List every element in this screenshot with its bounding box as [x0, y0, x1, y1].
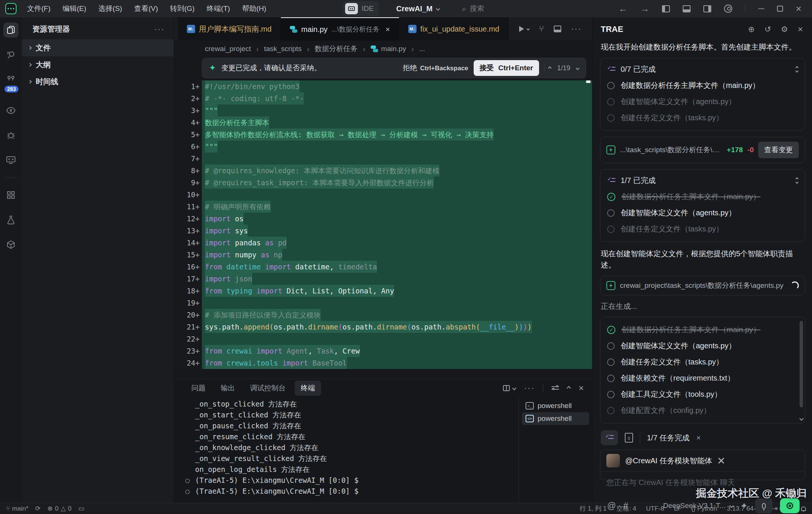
task-item[interactable]: 创建任务定义文件（tasks.py）	[606, 221, 799, 237]
terminal-tab-终端[interactable]: 终端	[295, 381, 321, 396]
export-doc-icon[interactable]: ±	[625, 433, 633, 443]
nav-forward-icon[interactable]: →	[640, 3, 649, 14]
layout-icon[interactable]	[554, 26, 561, 32]
open-changes-icon[interactable]: ⑂	[539, 24, 544, 34]
more-actions-icon[interactable]: ···	[571, 24, 582, 34]
project-switcher[interactable]: CrewAI_M	[396, 5, 439, 13]
ports-icon[interactable]: ▭	[78, 505, 84, 512]
menu-item[interactable]: 帮助(H)	[237, 2, 271, 16]
ide-mode-switch[interactable]: IDE	[343, 1, 379, 16]
task-item[interactable]: ✓创建数据分析任务主脚本文件（main.py）	[606, 189, 799, 205]
breadcrumb-item[interactable]: task_scripts	[264, 45, 301, 53]
notifications-bell-icon[interactable]	[801, 506, 806, 511]
menu-item[interactable]: 选择(S)	[93, 2, 127, 16]
breadcrumb-item[interactable]: ...	[419, 45, 425, 53]
scroll-down-icon[interactable]	[799, 416, 803, 420]
breadcrumb-item[interactable]: crewai_project	[205, 45, 251, 53]
menu-item[interactable]: 转到(G)	[165, 2, 200, 16]
task-item[interactable]: 创建数据分析任务主脚本文件（main.py）	[606, 77, 799, 94]
test-activity-icon[interactable]	[3, 212, 18, 227]
explorer-section-1[interactable]: 大纲	[22, 56, 174, 73]
menu-item[interactable]: 查看(V)	[129, 2, 163, 16]
model-selector[interactable]: DeepSeek-V3.1-T...	[663, 502, 733, 510]
accept-button[interactable]: 接受Ctrl+Enter	[474, 60, 539, 76]
terminal-more-icon[interactable]: ···	[524, 383, 535, 393]
next-change-icon[interactable]	[576, 66, 580, 70]
toggle-bottom-panel-icon[interactable]	[683, 5, 691, 12]
editor-scrollbar[interactable]	[586, 80, 591, 83]
git-branch-indicator[interactable]: ⑂ main*	[6, 505, 29, 512]
prev-change-icon[interactable]	[548, 66, 552, 70]
run-button[interactable]	[519, 26, 529, 32]
card-scrollbar[interactable]	[800, 321, 803, 407]
task-item[interactable]: ✓创建数据分析任务主脚本文件（main.py）	[606, 322, 791, 338]
sync-icon[interactable]: ⟳	[35, 505, 41, 512]
maximize-panel-icon[interactable]	[567, 386, 571, 390]
task-item[interactable]: 创建任务定义文件（tasks.py）	[606, 354, 791, 370]
explorer-activity-icon[interactable]	[3, 23, 18, 38]
tab-user-guide[interactable]: M↓ 用户脚本编写指南.md	[178, 17, 281, 41]
toggle-left-panel-icon[interactable]	[662, 5, 670, 12]
breadcrumb-item[interactable]: 数据分析任务	[315, 44, 358, 54]
terminal-instance-0[interactable]: >_powershell	[522, 399, 589, 412]
code-editor[interactable]: 1+#!/usr/bin/env python32+# -*- coding: …	[174, 80, 592, 379]
terminal-output[interactable]: _on_stop_clicked 方法存在_on_start_clicked 方…	[174, 397, 518, 503]
problems-indicator[interactable]: ⊗0 △0	[47, 505, 71, 512]
task-item[interactable]: 创建依赖文件（requirements.txt）	[606, 370, 791, 386]
terminal-settings-icon[interactable]	[551, 385, 559, 391]
menu-item[interactable]: 文件(F)	[22, 2, 56, 16]
task-item[interactable]: 创建智能体定义文件（agents.py）	[606, 205, 799, 221]
send-button[interactable]	[780, 498, 800, 513]
explorer-section-2[interactable]: 时间线	[22, 73, 174, 90]
tab-fix-ui-update[interactable]: M↓ fix_ui_update_issue.md	[399, 17, 509, 41]
explorer-section-0[interactable]: 文件	[22, 39, 174, 56]
preview-activity-icon[interactable]	[3, 103, 18, 118]
dismiss-tasks-icon[interactable]: ×	[696, 434, 701, 442]
package-activity-icon[interactable]	[3, 237, 18, 252]
context-hash-icon[interactable]: #	[623, 501, 628, 511]
toggle-right-panel-icon[interactable]	[703, 5, 711, 12]
collapse-icon[interactable]	[796, 178, 798, 183]
close-tab-icon[interactable]: ×	[385, 25, 390, 34]
terminal-tab-调试控制台[interactable]: 调试控制台	[244, 381, 292, 396]
task-item[interactable]: 创建智能体定义文件（agents.py）	[606, 94, 799, 110]
close-button[interactable]: ×	[796, 3, 801, 15]
close-panel-icon[interactable]: ×	[579, 383, 584, 393]
tab-main-py[interactable]: main.py ...\数据分析任务 ×	[281, 17, 399, 41]
mention-icon[interactable]: @	[607, 501, 616, 511]
menu-item[interactable]: 终端(T)	[201, 2, 235, 16]
collapse-icon[interactable]	[796, 67, 798, 72]
reject-button[interactable]: 拒绝Ctrl+Backspace	[403, 63, 468, 73]
new-chat-icon[interactable]: ⊕	[748, 25, 755, 34]
task-list-toggle-button[interactable]	[601, 430, 618, 445]
search-activity-icon[interactable]	[3, 47, 18, 62]
history-icon[interactable]: ↺	[765, 25, 771, 34]
task-item[interactable]: 创建配置文件（config.py）	[606, 402, 791, 419]
global-search[interactable]: ⌕ 搜索	[462, 4, 484, 14]
explorer-more-icon[interactable]: ···	[154, 24, 165, 34]
task-item[interactable]: 创建任务定义文件（tasks.py）	[606, 110, 799, 126]
account-icon[interactable]	[724, 5, 732, 13]
maximize-button[interactable]	[777, 6, 783, 12]
debug-activity-icon[interactable]	[3, 128, 18, 143]
enhance-sparkle-icon[interactable]: ✦	[741, 501, 748, 511]
split-terminal-button[interactable]	[503, 385, 516, 391]
task-item[interactable]: 创建工具定义文件（tools.py）	[606, 386, 791, 402]
menu-item[interactable]: 编辑(E)	[57, 2, 91, 16]
apps-activity-icon[interactable]	[3, 187, 18, 203]
close-panel-icon[interactable]: ×	[798, 24, 803, 35]
terminal-tab-输出[interactable]: 输出	[215, 381, 241, 396]
settings-gear-icon[interactable]: ⚙	[781, 25, 788, 34]
task-item[interactable]: 创建智能体定义文件（agents.py）	[606, 338, 791, 354]
nav-back-icon[interactable]: ←	[618, 3, 627, 14]
terminal-tab-问题[interactable]: 问题	[185, 381, 212, 396]
remote-activity-icon[interactable]	[3, 153, 18, 168]
breadcrumb[interactable]: crewai_project› task_scripts› 数据分析任务› ma…	[174, 41, 592, 57]
agent-name[interactable]: @CrewAI 任务模块智能体	[625, 456, 712, 466]
plugins-activity-icon[interactable]: 283	[3, 72, 18, 87]
breadcrumb-item[interactable]: main.py	[381, 45, 406, 53]
voice-input-button[interactable]	[755, 498, 773, 513]
terminal-instance-1[interactable]: <>powershell	[522, 412, 589, 425]
view-changes-button[interactable]: 查看变更	[758, 142, 799, 158]
minimize-button[interactable]: ─	[758, 4, 764, 14]
